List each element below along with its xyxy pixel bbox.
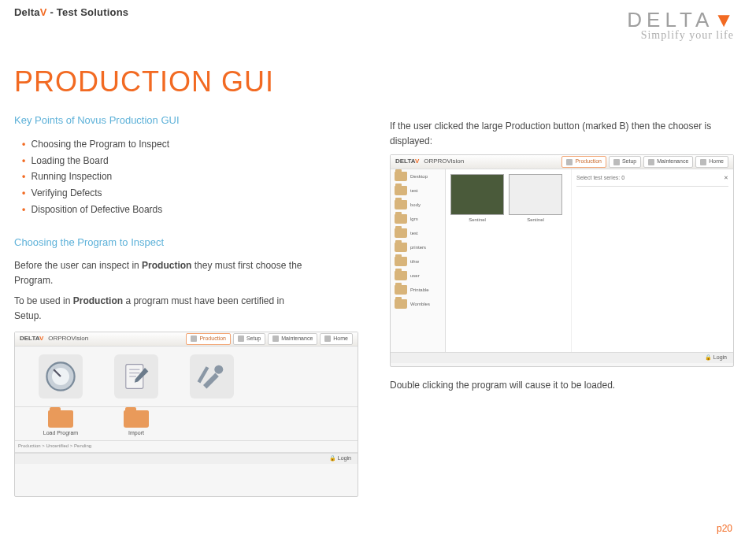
gear-icon	[191, 336, 197, 342]
sidebar-item[interactable]: tthw	[391, 254, 445, 269]
sidebar-item[interactable]: test	[391, 226, 445, 240]
thumbnail-image	[509, 174, 562, 215]
chooser-thumbnails: Sentinel Sentinel	[446, 169, 572, 352]
list-item: Loading the Board	[22, 153, 358, 169]
tools-icon	[272, 336, 279, 342]
sidebar-item[interactable]: test	[391, 184, 445, 198]
mock-brand: DELTAV	[20, 334, 43, 343]
paragraph: Before the user can inspect in Productio…	[14, 258, 313, 287]
folder-icon	[124, 410, 149, 428]
paragraph: To be used in Production a program must …	[14, 294, 313, 323]
mock-app-name: ORPROVision	[424, 157, 464, 166]
folder-icon	[395, 172, 407, 181]
folder-load-program[interactable]: Load Program	[39, 410, 83, 438]
folder-icon	[395, 243, 407, 252]
mock-statusbar: 🔒 Login	[15, 453, 358, 464]
page-number: p20	[717, 523, 732, 534]
mock-content-area	[15, 452, 358, 453]
svg-point-7	[214, 365, 223, 373]
folder-icon	[395, 186, 407, 195]
home-icon	[324, 336, 331, 342]
mock-folder-row: Load Program Import	[15, 407, 358, 442]
page-title: PRODUCTION GUI	[14, 65, 734, 98]
gear-icon	[566, 159, 573, 165]
home-icon	[700, 159, 706, 165]
screenshot-chooser: DELTAV ORPROVision Production Setup Main…	[390, 154, 734, 367]
tab-home[interactable]: Home	[695, 156, 728, 168]
logo-tagline: Simplify your life	[627, 29, 734, 42]
sidebar-item[interactable]: Wombles	[391, 297, 445, 311]
keypoints-heading: Key Points of Novus Production GUI	[14, 113, 358, 128]
paragraph: If the user clicked the large Production…	[390, 119, 721, 148]
logo: DELTA▼ Simplify your life	[627, 5, 734, 42]
program-thumbnail[interactable]: Sentinel	[450, 174, 504, 224]
folder-icon	[395, 285, 407, 295]
login-button[interactable]: 🔒 Login	[705, 354, 727, 362]
thumbnail-image	[450, 174, 504, 215]
brand-delta: Delta	[14, 6, 40, 18]
doc-header: DeltaV - Test Solutions	[14, 5, 128, 18]
brand-suffix: - Test Solutions	[47, 6, 129, 18]
folder-icon	[395, 271, 407, 280]
edit-icon	[613, 159, 620, 165]
tab-production[interactable]: Production	[186, 333, 230, 345]
folder-icon	[395, 257, 407, 266]
brand-v: V	[40, 6, 47, 18]
folder-icon	[48, 410, 73, 428]
mock-tabs: Production Setup Maintenance Home	[561, 156, 728, 168]
sidebar-item[interactable]: Printable	[391, 283, 445, 297]
svg-rect-8	[198, 366, 209, 383]
sidebar-item[interactable]: lgm	[391, 212, 445, 226]
list-item: Verifying Defects	[22, 185, 358, 202]
sidebar-item[interactable]: Desktop	[391, 169, 445, 184]
folder-icon	[395, 228, 407, 238]
tab-setup[interactable]: Setup	[233, 333, 265, 345]
chooser-sidebar: Desktop test body lgm test printers tthw…	[391, 169, 446, 352]
sidebar-item[interactable]: body	[391, 198, 445, 212]
sidebar-item[interactable]: printers	[391, 240, 445, 254]
tab-maintenance[interactable]: Maintenance	[643, 156, 693, 168]
list-item: Disposition of Defective Boards	[22, 202, 358, 218]
sidebar-item[interactable]: user	[391, 269, 445, 283]
mock-tabs: Production Setup Maintenance Home	[186, 333, 353, 345]
tab-production[interactable]: Production	[561, 156, 606, 168]
chooser-detail-panel: Select test series: 0 ✕	[572, 169, 733, 352]
list-item: Running Inspection	[22, 169, 358, 185]
mock-app-name: ORPROVision	[48, 334, 88, 343]
keypoints-list: Choosing the Program to Inspect Loading …	[14, 136, 358, 217]
mock-titlebar: DELTAV ORPROVision Production Setup Main…	[15, 332, 358, 347]
tools-icon	[648, 159, 654, 165]
logo-triangle-icon: ▼	[713, 8, 734, 32]
folder-import[interactable]: Import	[114, 410, 158, 438]
choose-heading: Choosing the Program to Inspect	[14, 235, 358, 250]
login-button[interactable]: 🔒 Login	[329, 454, 351, 463]
detail-heading: Select test series: 0 ✕	[576, 174, 728, 187]
gauge-icon[interactable]	[39, 354, 83, 399]
edit-icon	[238, 336, 244, 342]
edit-icon[interactable]	[114, 354, 158, 399]
program-thumbnail[interactable]: Sentinel	[509, 174, 562, 224]
mock-breadcrumb: Production > Uncertified > Pending	[15, 441, 358, 451]
folder-icon	[395, 200, 407, 209]
right-column: If the user clicked the large Production…	[390, 113, 734, 497]
tab-maintenance[interactable]: Maintenance	[268, 333, 317, 345]
mock-statusbar: 🔒 Login	[391, 352, 733, 363]
mock-titlebar: DELTAV ORPROVision Production Setup Main…	[391, 155, 733, 169]
folder-icon	[395, 214, 407, 224]
folder-icon	[395, 299, 407, 309]
left-column: Key Points of Novus Production GUI Choos…	[14, 113, 358, 497]
tab-home[interactable]: Home	[320, 333, 353, 345]
list-item: Choosing the Program to Inspect	[22, 136, 358, 153]
tools-icon[interactable]	[190, 354, 234, 399]
mock-bigicons-row	[15, 347, 358, 407]
caption: Double clicking the program will cause i…	[390, 378, 734, 393]
mock-brand: DELTAV	[395, 157, 419, 166]
tab-setup[interactable]: Setup	[609, 156, 641, 168]
close-icon[interactable]: ✕	[724, 174, 728, 183]
screenshot-production-start: DELTAV ORPROVision Production Setup Main…	[14, 332, 358, 497]
